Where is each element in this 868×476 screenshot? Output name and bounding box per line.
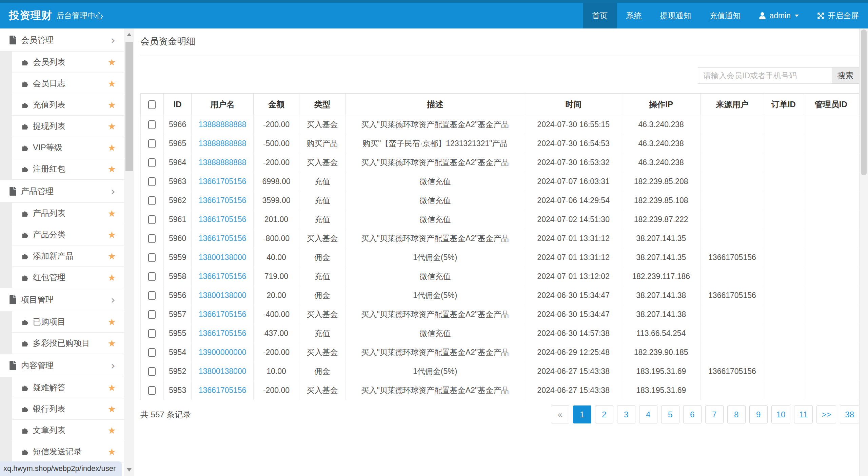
table-cell	[700, 210, 764, 229]
page-button-3[interactable]: 3	[617, 405, 635, 423]
star-icon[interactable]: ★	[108, 57, 116, 67]
page-button-38[interactable]: 38	[840, 405, 859, 423]
nav-system[interactable]: 系统	[617, 3, 651, 28]
sidebar-item-faq[interactable]: 疑难解答★	[12, 377, 124, 398]
star-icon[interactable]: ★	[108, 164, 116, 174]
nav-home[interactable]: 首页	[583, 3, 617, 28]
page-button-6[interactable]: 6	[683, 405, 702, 423]
star-icon[interactable]: ★	[108, 272, 116, 283]
page-button-2[interactable]: 2	[595, 405, 613, 423]
star-icon[interactable]: ★	[108, 208, 116, 219]
sidebar-item-product-add[interactable]: 添加新产品★	[12, 245, 124, 267]
page-button-prev[interactable]: «	[551, 405, 569, 423]
username-link[interactable]: 13800138000	[192, 362, 253, 381]
username-link[interactable]: 13661705156	[192, 381, 253, 400]
window-scrollbar-thumb[interactable]	[861, 29, 867, 175]
nav-fullscreen[interactable]: 开启全屏	[808, 3, 868, 28]
page-button-9[interactable]: 9	[749, 405, 768, 423]
page-button-11[interactable]: 11	[794, 405, 813, 423]
star-icon[interactable]: ★	[108, 317, 116, 327]
sidebar-item-vip-level[interactable]: VIP等级★	[12, 137, 124, 158]
sidebar-scrollbar-thumb[interactable]	[125, 42, 133, 171]
row-checkbox[interactable]	[148, 291, 156, 300]
sidebar-item-bought-projects[interactable]: 已购项目★	[12, 311, 124, 333]
row-checkbox[interactable]	[148, 177, 156, 186]
star-icon[interactable]: ★	[108, 404, 116, 414]
sidebar-item-product-category[interactable]: 产品分类★	[12, 224, 124, 245]
page-button-10[interactable]: 10	[771, 405, 791, 423]
row-checkbox[interactable]	[148, 196, 156, 205]
username-link[interactable]: 13661705156	[192, 229, 253, 248]
username-link[interactable]: 13800138000	[192, 286, 253, 305]
sidebar-group-product-manage[interactable]: 产品管理›	[0, 180, 124, 203]
sidebar-group-content-manage[interactable]: 内容管理›	[0, 354, 124, 377]
star-icon[interactable]: ★	[108, 382, 116, 393]
row-checkbox[interactable]	[148, 234, 156, 243]
sidebar-item-dct-bought-projects[interactable]: 多彩投已购项目★	[12, 333, 124, 354]
username-link[interactable]: 13900000000	[192, 343, 253, 362]
page-button-4[interactable]: 4	[639, 405, 657, 423]
row-checkbox[interactable]	[148, 120, 156, 129]
page-button-1[interactable]: 1	[573, 405, 591, 423]
sidebar-scrollbar[interactable]	[124, 28, 134, 476]
page-button-7[interactable]: 7	[705, 405, 724, 423]
select-all-checkbox[interactable]	[148, 100, 156, 109]
sidebar-item-member-list[interactable]: 会员列表★	[12, 52, 124, 73]
row-checkbox[interactable]	[148, 272, 156, 281]
nav-recharge-notice[interactable]: 充值通知	[700, 3, 750, 28]
sidebar-group-member-manage[interactable]: 会员管理›	[0, 28, 124, 52]
sidebar-item-redpacket-manage[interactable]: 红包管理★	[12, 267, 124, 288]
username-link[interactable]: 13661705156	[192, 305, 253, 324]
scroll-down-arrow-icon[interactable]	[127, 468, 132, 472]
username-link[interactable]: 13888888888	[192, 153, 253, 172]
username-link[interactable]: 13800138000	[192, 248, 253, 267]
table-cell: 5959	[163, 248, 192, 267]
row-checkbox[interactable]	[148, 329, 156, 338]
nav-withdraw-notice[interactable]: 提现通知	[651, 3, 700, 28]
row-checkbox[interactable]	[148, 215, 156, 224]
username-link[interactable]: 13888888888	[192, 134, 253, 153]
star-icon[interactable]: ★	[108, 121, 116, 132]
star-icon[interactable]: ★	[108, 338, 116, 349]
row-checkbox[interactable]	[148, 386, 156, 395]
sidebar-item-sms-log[interactable]: 短信发送记录★	[12, 441, 124, 462]
username-link[interactable]: 13661705156	[192, 267, 253, 286]
page-button-5[interactable]: 5	[661, 405, 679, 423]
username-link[interactable]: 13661705156	[192, 324, 253, 343]
table-row: 59561380013800020.00佣金1代佣金(5%)2024-06-30…	[141, 286, 859, 305]
sidebar-item-register-redpacket[interactable]: 注册红包★	[12, 158, 124, 180]
star-icon[interactable]: ★	[108, 447, 116, 457]
star-icon[interactable]: ★	[108, 251, 116, 261]
sidebar-item-member-log[interactable]: 会员日志★	[12, 73, 124, 94]
row-checkbox[interactable]	[148, 348, 156, 357]
row-checkbox[interactable]	[148, 367, 156, 376]
page-button-8[interactable]: 8	[727, 405, 746, 423]
sidebar-group-project-manage[interactable]: 项目管理›	[0, 288, 124, 311]
row-checkbox[interactable]	[148, 158, 156, 167]
star-icon[interactable]: ★	[108, 100, 116, 110]
row-checkbox[interactable]	[148, 139, 156, 148]
scroll-up-arrow-icon[interactable]	[127, 33, 132, 36]
sidebar-item-recharge-list[interactable]: 充值列表★	[12, 94, 124, 116]
username-link[interactable]: 13661705156	[192, 191, 253, 210]
row-checkbox[interactable]	[148, 253, 156, 262]
sidebar-item-article-list[interactable]: 文章列表★	[12, 420, 124, 441]
star-icon[interactable]: ★	[108, 425, 116, 436]
star-icon[interactable]: ★	[108, 78, 116, 89]
sidebar-item-product-list[interactable]: 产品列表★	[12, 203, 124, 224]
sidebar-item-bank-list[interactable]: 银行列表★	[12, 398, 124, 420]
page-button-next[interactable]: >>	[816, 405, 836, 423]
window-scrollbar[interactable]	[859, 28, 868, 476]
username-link[interactable]: 13661705156	[192, 210, 253, 229]
search-button[interactable]: 搜索	[832, 67, 859, 84]
star-icon[interactable]: ★	[108, 142, 116, 153]
nav-admin[interactable]: admin	[750, 3, 808, 28]
table-cell: 5961	[163, 210, 192, 229]
username-link[interactable]: 13888888888	[192, 115, 253, 134]
star-icon[interactable]: ★	[108, 230, 116, 240]
sidebar-item-label: 多彩投已购项目	[33, 338, 90, 349]
sidebar-item-withdraw-list[interactable]: 提现列表★	[12, 116, 124, 137]
search-input[interactable]	[698, 67, 832, 84]
row-checkbox[interactable]	[148, 310, 156, 319]
username-link[interactable]: 13661705156	[192, 172, 253, 191]
